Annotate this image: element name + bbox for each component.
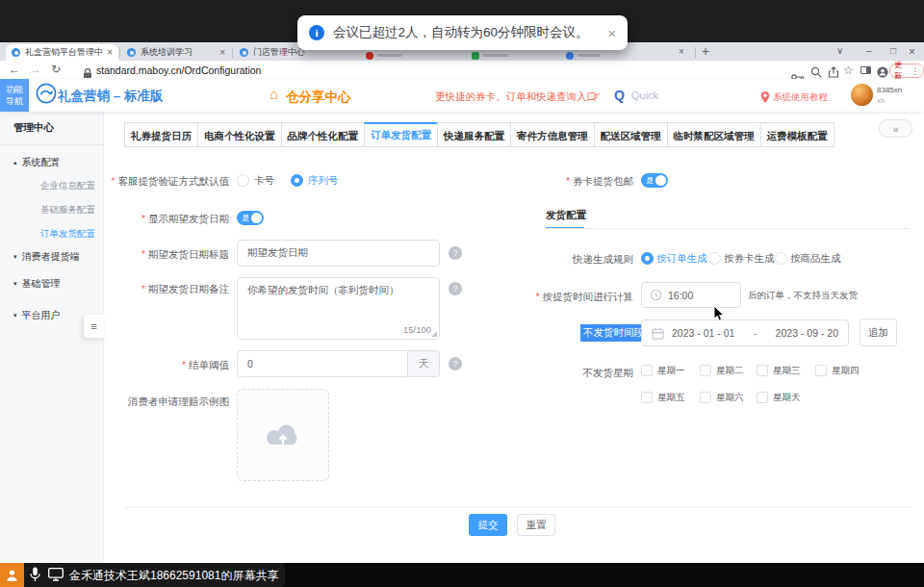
screen-share-text: 金禾通技术王斌18662591081的屏幕共享: [69, 568, 278, 584]
checkbox-thursday[interactable]: [815, 365, 827, 376]
share-center-link[interactable]: 仓分享中心: [286, 89, 351, 106]
expect-date-note-label: 期望发货日期备注: [94, 282, 229, 295]
tab-brand-custom[interactable]: 品牌个性化配置: [281, 122, 366, 147]
resize-grip[interactable]: [431, 331, 437, 337]
help-icon[interactable]: ?: [449, 246, 462, 260]
radio-by-order-label[interactable]: 按订单生成: [656, 252, 707, 266]
site-favicon-icon: [127, 48, 136, 57]
tab-temp-ban-area[interactable]: 临时禁配区域管理: [667, 122, 761, 147]
close-threshold-input[interactable]: 0 天: [237, 350, 440, 377]
checkbox-sunday-label[interactable]: 星期天: [773, 392, 801, 404]
window-maximize-icon[interactable]: □: [890, 45, 896, 56]
back-icon[interactable]: ←: [9, 63, 20, 76]
user-avatar[interactable]: [851, 84, 873, 106]
sidebar-item-basic-service[interactable]: 基础服务配置: [40, 204, 95, 217]
forward-icon[interactable]: →: [30, 63, 41, 76]
sidebar-group-platform-users[interactable]: ▾ 平台用户: [13, 309, 61, 322]
tab-order-shipping-config[interactable]: 订单发货配置: [364, 122, 438, 147]
sidebar-item-order-shipping[interactable]: 订单发货配置: [40, 228, 95, 241]
quick-logo-icon[interactable]: Q: [614, 88, 625, 103]
radio-by-product[interactable]: [775, 252, 787, 265]
quick-label[interactable]: Quick: [631, 89, 658, 101]
radio-serial-number[interactable]: [291, 174, 303, 187]
radio-card-number[interactable]: [237, 174, 249, 187]
tab-divider: [119, 47, 120, 58]
checkbox-monday[interactable]: [641, 365, 653, 376]
reload-icon[interactable]: ↻: [51, 63, 61, 76]
help-icon[interactable]: ?: [449, 282, 462, 295]
radio-by-card[interactable]: [708, 252, 721, 265]
help-icon[interactable]: ?: [449, 357, 462, 370]
submit-button[interactable]: 提交: [469, 514, 507, 536]
tab-coupon-calendar[interactable]: 礼券提货日历: [124, 122, 198, 147]
side-panel-icon[interactable]: [860, 66, 871, 74]
checkbox-wednesday[interactable]: [757, 365, 768, 376]
expect-date-note-textarea[interactable]: 你希望的发货时间（非到货时间） 15/100: [237, 277, 440, 340]
free-shipping-toggle[interactable]: 是: [641, 173, 668, 188]
hamburger-icon: ≡: [90, 320, 96, 332]
radio-by-order[interactable]: [641, 252, 654, 265]
tab-freight-template[interactable]: 运费模板配置: [760, 122, 834, 147]
radio-serial-number-label[interactable]: 序列号: [308, 174, 339, 188]
sidebar-group-label: 平台用户: [22, 309, 61, 322]
checkbox-saturday-label[interactable]: 星期六: [716, 392, 744, 404]
no-ship-date-range-input[interactable]: 2023 - 01 - 01 - 2023 - 09 - 20: [641, 319, 849, 346]
tab-express-service[interactable]: 快递服务配置: [437, 122, 511, 147]
window-close-icon[interactable]: ×: [909, 45, 915, 59]
claim-example-upload[interactable]: [237, 389, 329, 481]
tabs-expand-button[interactable]: »: [879, 119, 912, 138]
tab-sender-info[interactable]: 寄件方信息管理: [510, 122, 595, 147]
checkbox-sunday[interactable]: [757, 392, 768, 403]
checkbox-tuesday-label[interactable]: 星期二: [716, 365, 744, 377]
sidebar-group-basic-mgmt[interactable]: ▾ 基础管理: [13, 277, 61, 291]
new-tab-button[interactable]: +: [702, 43, 709, 59]
checkbox-friday[interactable]: [641, 392, 653, 403]
tutorial-link[interactable]: 系统使用教程: [773, 91, 828, 104]
sidebar-collapse-handle[interactable]: ≡: [84, 315, 104, 338]
tab-close-icon[interactable]: ×: [219, 47, 225, 58]
tab-close-icon[interactable]: ×: [679, 46, 684, 57]
checkbox-saturday[interactable]: [700, 392, 711, 403]
pickup-time-input[interactable]: 16:00: [641, 282, 741, 308]
nav-toggle-button[interactable]: 功能 导航: [0, 79, 29, 112]
radio-card-number-label[interactable]: 卡号: [254, 174, 274, 188]
location-pin-icon: [760, 89, 770, 107]
browser-update-button[interactable]: 更新 ⋮: [889, 64, 924, 78]
radio-by-card-label[interactable]: 按券卡生成: [724, 252, 775, 266]
sidebar-group-system-config[interactable]: ▴ 系统配置: [13, 156, 61, 169]
tab-close-icon[interactable]: ×: [107, 47, 113, 58]
close-threshold-label: 结单阈值: [94, 358, 229, 371]
bookmark-star-icon[interactable]: ☆: [843, 64, 854, 77]
show-expect-date-toggle[interactable]: 是: [237, 211, 264, 225]
window-minimize-icon[interactable]: –: [866, 45, 872, 56]
checkbox-tuesday[interactable]: [700, 365, 711, 376]
browser-tab-active[interactable]: 礼盒营销平台管理中心 ×: [6, 44, 118, 61]
radio-by-product-label[interactable]: 按商品生成: [790, 252, 841, 266]
browser-tab[interactable]: 系统培训学习 ×: [121, 44, 231, 61]
browser-tab-title: 礼盒营销平台管理中心: [25, 46, 103, 59]
append-range-button[interactable]: 追加: [860, 319, 897, 346]
close-icon[interactable]: ×: [607, 25, 616, 41]
sidebar-item-enterprise-info[interactable]: 企业信息配置: [40, 180, 95, 192]
range-start-date: 2023 - 01 - 01: [672, 327, 734, 339]
window-menu-icon[interactable]: ∨: [836, 45, 843, 56]
checkbox-monday-label[interactable]: 星期一: [657, 365, 685, 377]
reset-button[interactable]: 重置: [517, 514, 555, 536]
checkbox-thursday-label[interactable]: 星期四: [832, 365, 860, 377]
pointing-finger-icon: ☞: [590, 89, 602, 103]
sidebar-group-consumer[interactable]: ▾ 消费者提货端: [13, 250, 80, 264]
screen-share-icon: [48, 568, 64, 585]
calendar-icon: [652, 327, 664, 340]
section-divider: [546, 228, 910, 229]
checkbox-wednesday-label[interactable]: 星期三: [773, 365, 801, 377]
url-text[interactable]: standard.maboy.cn/OrdConfiguration: [96, 64, 261, 76]
expect-date-title-input[interactable]: 期望发货日期: [237, 240, 440, 267]
tab-delivery-area[interactable]: 配送区域管理: [594, 122, 668, 147]
caret-down-icon: ▾: [13, 312, 17, 319]
brand-logo-icon: [36, 83, 57, 108]
checkbox-friday-label[interactable]: 星期五: [657, 392, 685, 404]
tab-ecommerce-custom[interactable]: 电商个性化设置: [197, 122, 282, 147]
more-menu-icon[interactable]: ⋮: [911, 66, 920, 76]
browser-tab-title: 系统培训学习: [141, 46, 216, 59]
hidden-tab-title: [578, 54, 601, 57]
